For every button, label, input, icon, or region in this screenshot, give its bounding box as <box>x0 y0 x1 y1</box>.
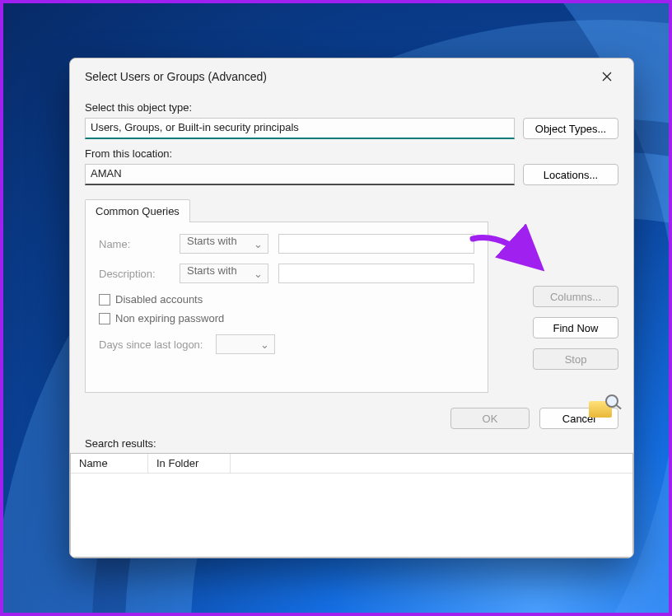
object-type-label: Select this object type: <box>85 101 618 114</box>
chevron-down-icon: ⌄ <box>254 238 263 250</box>
search-results-list[interactable]: Name In Folder <box>70 453 633 558</box>
dialog-title: Select Users or Groups (Advanced) <box>85 70 267 83</box>
titlebar: Select Users or Groups (Advanced) <box>70 58 633 95</box>
object-type-field[interactable]: Users, Groups, or Built-in security prin… <box>85 118 515 139</box>
name-match-combo[interactable]: Starts with ⌄ <box>180 234 268 254</box>
days-since-logon-combo[interactable]: ⌄ <box>216 334 275 354</box>
find-folder-icon <box>589 394 618 418</box>
tab-common-queries[interactable]: Common Queries <box>85 199 190 222</box>
close-button[interactable] <box>595 65 618 88</box>
close-icon <box>602 72 612 82</box>
columns-button[interactable]: Columns... <box>533 286 618 307</box>
description-match-combo[interactable]: Starts with ⌄ <box>180 264 268 283</box>
column-in-folder[interactable]: In Folder <box>148 454 231 473</box>
checkbox-box <box>99 294 110 306</box>
location-label: From this location: <box>85 147 618 160</box>
column-name[interactable]: Name <box>71 454 148 473</box>
ok-button[interactable]: OK <box>450 408 530 429</box>
results-header: Name In Folder <box>71 454 632 474</box>
search-results-label: Search results: <box>85 437 618 450</box>
common-queries-panel: Name: Starts with ⌄ Description: Starts … <box>85 222 488 393</box>
name-label: Name: <box>99 238 170 250</box>
select-users-groups-dialog: Select Users or Groups (Advanced) Select… <box>69 58 634 558</box>
name-input[interactable] <box>278 234 474 254</box>
locations-button[interactable]: Locations... <box>523 164 618 185</box>
disabled-accounts-label: Disabled accounts <box>115 293 203 306</box>
checkbox-box <box>99 313 110 324</box>
name-match-value: Starts with <box>187 235 237 247</box>
description-input[interactable] <box>278 264 474 283</box>
chevron-down-icon: ⌄ <box>254 268 263 280</box>
stop-button[interactable]: Stop <box>533 348 618 370</box>
location-field[interactable]: AMAN <box>85 164 515 185</box>
non-expiring-label: Non expiring password <box>115 312 224 324</box>
dialog-content: Select this object type: Users, Groups, … <box>70 95 633 558</box>
disabled-accounts-checkbox[interactable]: Disabled accounts <box>99 293 474 306</box>
find-now-button[interactable]: Find Now <box>533 317 618 338</box>
chevron-down-icon: ⌄ <box>260 338 269 351</box>
description-label: Description: <box>99 268 170 280</box>
days-since-logon-label: Days since last logon: <box>99 338 203 351</box>
object-types-button[interactable]: Object Types... <box>523 118 618 139</box>
non-expiring-checkbox[interactable]: Non expiring password <box>99 312 474 324</box>
description-match-value: Starts with <box>187 264 237 277</box>
